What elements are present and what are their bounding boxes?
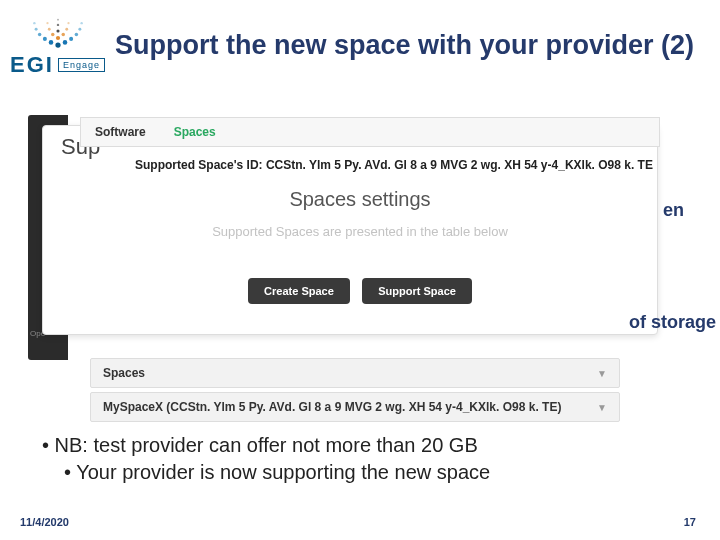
- svg-point-9: [33, 22, 35, 24]
- logo-sub: Engage: [58, 58, 105, 72]
- egi-logo: EGI Engage: [10, 12, 105, 78]
- svg-point-15: [65, 28, 68, 31]
- svg-point-6: [74, 33, 78, 37]
- svg-point-17: [67, 22, 69, 24]
- spaces-list: Spaces ▼ MySpaceX (CCStn. Ylm 5 Py. AVd.…: [90, 358, 620, 426]
- svg-point-18: [56, 29, 59, 32]
- svg-point-13: [61, 33, 65, 37]
- svg-point-14: [47, 28, 50, 31]
- space-id-label: Supported Space's ID:: [135, 158, 263, 172]
- create-space-button[interactable]: Create Space: [248, 278, 350, 304]
- fragment-storage: of storage: [629, 312, 716, 333]
- svg-point-0: [55, 42, 60, 47]
- slide: EGI Engage Support the new space with yo…: [0, 0, 720, 540]
- footer-page-number: 17: [684, 516, 696, 528]
- footer-date: 11/4/2020: [20, 516, 69, 528]
- svg-point-4: [69, 37, 73, 41]
- spaces-settings-desc: Supported Spaces are presented in the ta…: [0, 224, 720, 239]
- svg-point-2: [62, 40, 67, 45]
- svg-point-3: [42, 37, 46, 41]
- svg-point-20: [57, 19, 59, 21]
- chevron-down-icon: ▼: [597, 368, 607, 379]
- svg-point-7: [34, 28, 37, 31]
- support-space-button[interactable]: Support Space: [362, 278, 472, 304]
- slide-title: Support the new space with your provider…: [115, 30, 694, 61]
- svg-point-10: [80, 22, 82, 24]
- bullet-2: Your provider is now supporting the new …: [64, 459, 490, 486]
- spaces-settings-heading: Spaces settings: [0, 188, 720, 211]
- spaces-list-header[interactable]: Spaces ▼: [90, 358, 620, 388]
- top-tabs: Software Spaces: [80, 117, 660, 147]
- fragment-en: en: [663, 200, 684, 221]
- logo-dots-icon: [23, 12, 93, 50]
- button-row: Create Space Support Space: [0, 278, 720, 304]
- svg-point-19: [56, 24, 58, 26]
- list-header-label: Spaces: [103, 366, 145, 380]
- spaces-list-item[interactable]: MySpaceX (CCStn. Ylm 5 Py. AVd. Gl 8 a 9…: [90, 392, 620, 422]
- bullet-list: NB: test provider can offer not more tha…: [42, 432, 490, 486]
- logo-name: EGI: [10, 52, 54, 78]
- tab-software[interactable]: Software: [81, 125, 160, 139]
- svg-point-1: [48, 40, 53, 45]
- bullet-1: NB: test provider can offer not more tha…: [42, 432, 490, 459]
- space-id-value: CCStn. Ylm 5 Py. AVd. Gl 8 a 9 MVG 2 wg.…: [266, 158, 653, 172]
- list-item-label: MySpaceX (CCStn. Ylm 5 Py. AVd. Gl 8 a 9…: [103, 400, 561, 414]
- svg-point-11: [55, 36, 59, 40]
- chevron-down-icon: ▼: [597, 402, 607, 413]
- space-id-line: Supported Space's ID: CCStn. Ylm 5 Py. A…: [135, 158, 653, 172]
- svg-point-8: [78, 28, 81, 31]
- svg-point-16: [46, 22, 48, 24]
- svg-point-12: [51, 33, 55, 37]
- tab-spaces[interactable]: Spaces: [160, 125, 230, 139]
- svg-point-5: [37, 33, 41, 37]
